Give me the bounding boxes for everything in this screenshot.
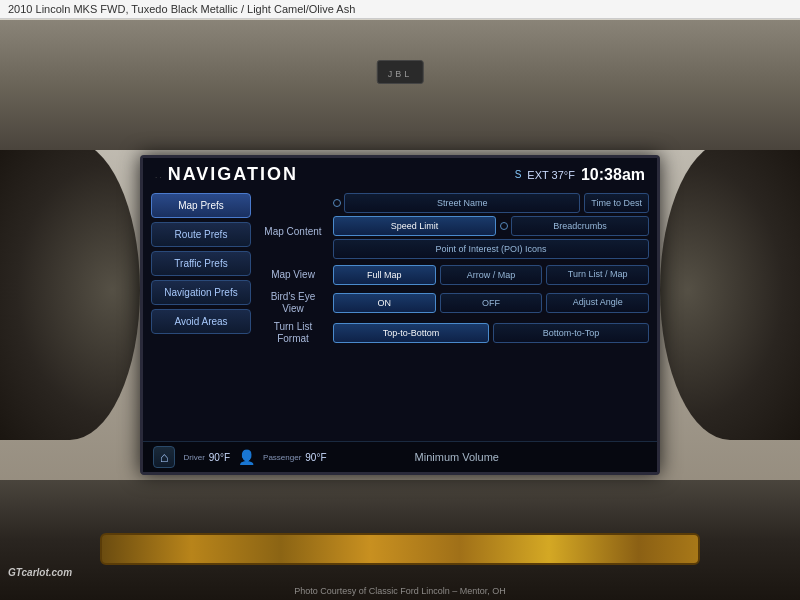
screen-title: NAVIGATION	[168, 164, 298, 185]
nav-panel: Map Prefs Route Prefs Traffic Prefs Navi…	[151, 193, 251, 437]
jbl-logo: JBL	[377, 60, 424, 84]
top-bar: 2010 Lincoln MKS FWD, Tuxedo Black Metal…	[0, 0, 800, 19]
birds-eye-row: Bird's Eye View ON OFF Adjust Angle	[259, 291, 649, 315]
ext-temp: EXT 37°F	[527, 169, 575, 181]
turn-list-map-btn[interactable]: Turn List / Map	[546, 265, 649, 285]
street-name-option: Street Name	[333, 193, 580, 213]
passenger-temp: 90°F	[305, 452, 326, 463]
signal-icon: S	[515, 169, 522, 180]
screen-header: · · NAVIGATION S EXT 37°F 10:38am	[143, 158, 657, 189]
footer-left: ⌂ Driver 90°F 👤 Passenger 90°F	[153, 446, 327, 468]
bottom-to-top-btn[interactable]: Bottom-to-Top	[493, 323, 649, 343]
birds-eye-label: Bird's Eye View	[259, 291, 327, 315]
map-view-label: Map View	[259, 269, 327, 281]
poi-btn[interactable]: Point of Interest (POI) Icons	[333, 239, 649, 259]
turn-list-format-label: Turn List Format	[259, 321, 327, 345]
right-panel	[660, 140, 800, 440]
driver-temp: 90°F	[209, 452, 230, 463]
left-panel	[0, 140, 140, 440]
nav-btn-navigation-prefs[interactable]: Navigation Prefs	[151, 280, 251, 305]
driver-label: Driver	[183, 453, 204, 462]
nav-btn-route-prefs[interactable]: Route Prefs	[151, 222, 251, 247]
map-content-section: Map Content Street Name Time to Dest	[259, 193, 649, 259]
arrow-map-btn[interactable]: Arrow / Map	[440, 265, 543, 285]
map-content-row1: Map Content Street Name Time to Dest	[259, 193, 649, 259]
map-content-options: Street Name Time to Dest Speed Limit Bre…	[333, 193, 649, 259]
time-to-dest-btn[interactable]: Time to Dest	[584, 193, 649, 213]
breadcrumbs-radio[interactable]	[500, 222, 508, 230]
car-photo: 2010 Lincoln MKS FWD, Tuxedo Black Metal…	[0, 0, 800, 600]
driver-temp-info: Driver 90°F	[183, 452, 230, 463]
screen-dots: · ·	[155, 173, 162, 182]
content-area: Map Content Street Name Time to Dest	[259, 193, 649, 437]
home-btn[interactable]: ⌂	[153, 446, 175, 468]
map-content-row-b: Speed Limit Breadcrumbs	[333, 216, 649, 236]
footer-center-text: Minimum Volume	[415, 451, 499, 463]
breadcrumbs-btn[interactable]: Breadcrumbs	[511, 216, 649, 236]
nav-btn-traffic-prefs[interactable]: Traffic Prefs	[151, 251, 251, 276]
time-display: 10:38am	[581, 166, 645, 184]
map-content-row-a: Street Name Time to Dest	[333, 193, 649, 213]
birds-eye-off-btn[interactable]: OFF	[440, 293, 543, 313]
adjust-angle-btn[interactable]: Adjust Angle	[546, 293, 649, 313]
photo-credit: Photo Courtesy of Classic Ford Lincoln –…	[0, 586, 800, 596]
turn-list-format-options: Top-to-Bottom Bottom-to-Top	[333, 323, 649, 343]
dashboard-bottom	[0, 480, 800, 600]
speed-limit-btn[interactable]: Speed Limit	[333, 216, 496, 236]
map-view-options: Full Map Arrow / Map Turn List / Map	[333, 265, 649, 285]
street-name-btn[interactable]: Street Name	[344, 193, 580, 213]
screen-footer: ⌂ Driver 90°F 👤 Passenger 90°F Minimum V…	[143, 441, 657, 472]
passenger-label: Passenger	[263, 453, 301, 462]
passenger-icon: 👤	[238, 449, 255, 465]
car-title: 2010 Lincoln MKS FWD, Tuxedo Black Metal…	[8, 3, 355, 15]
top-to-bottom-btn[interactable]: Top-to-Bottom	[333, 323, 489, 343]
birds-eye-on-btn[interactable]: ON	[333, 293, 436, 313]
screen-status: S EXT 37°F 10:38am	[515, 166, 645, 184]
poi-row: Point of Interest (POI) Icons	[333, 239, 649, 259]
top-area: JBL	[0, 20, 800, 150]
navigation-screen: · · NAVIGATION S EXT 37°F 10:38am Map Pr…	[140, 155, 660, 475]
wood-trim	[100, 533, 700, 565]
nav-btn-avoid-areas[interactable]: Avoid Areas	[151, 309, 251, 334]
map-content-label: Map Content	[259, 214, 327, 238]
street-name-radio[interactable]	[333, 199, 341, 207]
screen-body-wrapper: · · NAVIGATION S EXT 37°F 10:38am Map Pr…	[143, 158, 657, 472]
birds-eye-options: ON OFF Adjust Angle	[333, 293, 649, 313]
brand-watermark: GTcarlot.com	[8, 567, 72, 578]
full-map-btn[interactable]: Full Map	[333, 265, 436, 285]
screen-content: Map Prefs Route Prefs Traffic Prefs Navi…	[143, 189, 657, 441]
nav-btn-map-prefs[interactable]: Map Prefs	[151, 193, 251, 218]
map-view-row: Map View Full Map Arrow / Map Turn List …	[259, 265, 649, 285]
passenger-temp-info: Passenger 90°F	[263, 452, 326, 463]
turn-list-format-row: Turn List Format Top-to-Bottom Bottom-to…	[259, 321, 649, 345]
breadcrumbs-option: Breadcrumbs	[500, 216, 649, 236]
